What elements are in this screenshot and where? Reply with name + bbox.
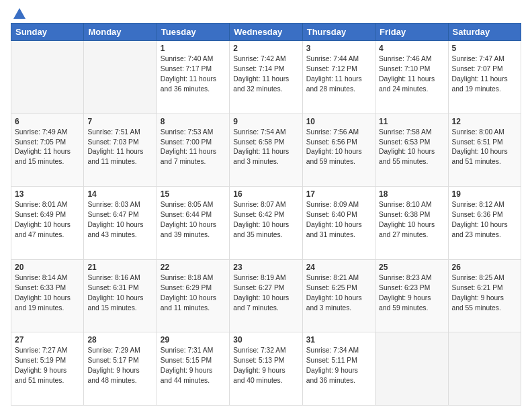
weekday-header-friday: Friday: [375, 24, 448, 41]
day-number: 15: [161, 189, 226, 199]
calendar-cell: 27Sunrise: 7:27 AMSunset: 5:19 PMDayligh…: [11, 332, 84, 406]
day-number: 25: [379, 263, 444, 272]
cell-content: Sunrise: 7:29 AMSunset: 5:17 PMDaylight:…: [87, 346, 152, 386]
cell-content: Sunrise: 8:07 AMSunset: 6:42 PMDaylight:…: [233, 200, 298, 240]
weekday-header-tuesday: Tuesday: [157, 24, 229, 41]
week-row-1: 1Sunrise: 7:40 AMSunset: 7:17 PMDaylight…: [11, 41, 521, 114]
day-number: 13: [15, 189, 80, 199]
calendar-cell: 8Sunrise: 7:53 AMSunset: 7:00 PMDaylight…: [157, 113, 229, 187]
cell-content: Sunrise: 8:10 AMSunset: 6:38 PMDaylight:…: [379, 200, 444, 240]
day-number: 4: [379, 44, 444, 53]
day-number: 16: [233, 189, 298, 199]
calendar-cell: 17Sunrise: 8:09 AMSunset: 6:40 PMDayligh…: [302, 187, 375, 260]
day-number: 18: [379, 189, 444, 199]
calendar-cell: 7Sunrise: 7:51 AMSunset: 7:03 PMDaylight…: [84, 113, 157, 187]
calendar-cell: 19Sunrise: 8:12 AMSunset: 6:36 PMDayligh…: [448, 187, 521, 260]
day-number: 30: [233, 335, 298, 345]
weekday-header-row: SundayMondayTuesdayWednesdayThursdayFrid…: [11, 24, 521, 41]
calendar-cell: 15Sunrise: 8:05 AMSunset: 6:44 PMDayligh…: [157, 187, 229, 260]
day-number: 17: [306, 189, 371, 199]
day-number: 9: [233, 117, 298, 126]
calendar-table: SundayMondayTuesdayWednesdayThursdayFrid…: [11, 23, 521, 406]
day-number: 27: [15, 335, 80, 345]
weekday-header-sunday: Sunday: [11, 24, 84, 41]
weekday-header-thursday: Thursday: [302, 24, 375, 41]
calendar-cell: 31Sunrise: 7:34 AMSunset: 5:11 PMDayligh…: [302, 332, 375, 406]
day-number: 26: [452, 263, 517, 272]
calendar-cell: 1Sunrise: 7:40 AMSunset: 7:17 PMDaylight…: [157, 41, 229, 114]
logo-icon: [13, 8, 26, 19]
header: [11, 8, 521, 19]
calendar-cell: 24Sunrise: 8:21 AMSunset: 6:25 PMDayligh…: [302, 259, 375, 332]
day-number: 10: [306, 117, 371, 126]
day-number: 28: [87, 335, 152, 345]
calendar-cell: [375, 332, 448, 406]
calendar-cell: 5Sunrise: 7:47 AMSunset: 7:07 PMDaylight…: [448, 41, 521, 114]
day-number: 5: [452, 44, 517, 53]
logo: [11, 8, 26, 19]
calendar-cell: 13Sunrise: 8:01 AMSunset: 6:49 PMDayligh…: [11, 187, 84, 260]
cell-content: Sunrise: 7:47 AMSunset: 7:07 PMDaylight:…: [452, 54, 517, 95]
calendar-cell: 18Sunrise: 8:10 AMSunset: 6:38 PMDayligh…: [375, 187, 448, 260]
page: SundayMondayTuesdayWednesdayThursdayFrid…: [0, 0, 532, 411]
calendar-cell: [84, 41, 157, 114]
cell-content: Sunrise: 8:25 AMSunset: 6:21 PMDaylight:…: [452, 273, 517, 314]
calendar-cell: 14Sunrise: 8:03 AMSunset: 6:47 PMDayligh…: [84, 187, 157, 260]
day-number: 21: [87, 263, 152, 272]
cell-content: Sunrise: 8:18 AMSunset: 6:29 PMDaylight:…: [161, 273, 226, 314]
cell-content: Sunrise: 7:44 AMSunset: 7:12 PMDaylight:…: [306, 54, 371, 95]
calendar-cell: 30Sunrise: 7:32 AMSunset: 5:13 PMDayligh…: [230, 332, 302, 406]
day-number: 20: [15, 263, 80, 272]
day-number: 7: [87, 117, 152, 126]
calendar-cell: 4Sunrise: 7:46 AMSunset: 7:10 PMDaylight…: [375, 41, 448, 114]
calendar-cell: [448, 332, 521, 406]
weekday-header-monday: Monday: [84, 24, 157, 41]
calendar-cell: 22Sunrise: 8:18 AMSunset: 6:29 PMDayligh…: [157, 259, 229, 332]
calendar-cell: 11Sunrise: 7:58 AMSunset: 6:53 PMDayligh…: [375, 113, 448, 187]
calendar-cell: 6Sunrise: 7:49 AMSunset: 7:05 PMDaylight…: [11, 113, 84, 187]
cell-content: Sunrise: 7:54 AMSunset: 6:58 PMDaylight:…: [233, 128, 298, 168]
cell-content: Sunrise: 7:40 AMSunset: 7:17 PMDaylight:…: [161, 54, 226, 95]
week-row-3: 13Sunrise: 8:01 AMSunset: 6:49 PMDayligh…: [11, 187, 521, 260]
calendar-cell: 3Sunrise: 7:44 AMSunset: 7:12 PMDaylight…: [302, 41, 375, 114]
calendar-cell: [11, 41, 84, 114]
cell-content: Sunrise: 7:34 AMSunset: 5:11 PMDaylight:…: [306, 346, 371, 386]
cell-content: Sunrise: 8:16 AMSunset: 6:31 PMDaylight:…: [87, 273, 152, 314]
cell-content: Sunrise: 7:53 AMSunset: 7:00 PMDaylight:…: [161, 128, 226, 168]
cell-content: Sunrise: 7:31 AMSunset: 5:15 PMDaylight:…: [161, 346, 226, 386]
cell-content: Sunrise: 8:14 AMSunset: 6:33 PMDaylight:…: [15, 273, 80, 314]
cell-content: Sunrise: 8:05 AMSunset: 6:44 PMDaylight:…: [161, 200, 226, 240]
day-number: 22: [161, 263, 226, 272]
calendar-cell: 21Sunrise: 8:16 AMSunset: 6:31 PMDayligh…: [84, 259, 157, 332]
cell-content: Sunrise: 7:42 AMSunset: 7:14 PMDaylight:…: [233, 54, 298, 95]
day-number: 24: [306, 263, 371, 272]
calendar-cell: 12Sunrise: 8:00 AMSunset: 6:51 PMDayligh…: [448, 113, 521, 187]
day-number: 19: [452, 189, 517, 199]
weekday-header-saturday: Saturday: [448, 24, 521, 41]
cell-content: Sunrise: 7:51 AMSunset: 7:03 PMDaylight:…: [87, 128, 152, 168]
day-number: 14: [87, 189, 152, 199]
cell-content: Sunrise: 8:00 AMSunset: 6:51 PMDaylight:…: [452, 128, 517, 168]
cell-content: Sunrise: 8:21 AMSunset: 6:25 PMDaylight:…: [306, 273, 371, 314]
calendar-cell: 16Sunrise: 8:07 AMSunset: 6:42 PMDayligh…: [230, 187, 302, 260]
day-number: 29: [161, 335, 226, 345]
calendar-cell: 20Sunrise: 8:14 AMSunset: 6:33 PMDayligh…: [11, 259, 84, 332]
cell-content: Sunrise: 8:01 AMSunset: 6:49 PMDaylight:…: [15, 200, 80, 240]
calendar-cell: 25Sunrise: 8:23 AMSunset: 6:23 PMDayligh…: [375, 259, 448, 332]
calendar-cell: 26Sunrise: 8:25 AMSunset: 6:21 PMDayligh…: [448, 259, 521, 332]
week-row-4: 20Sunrise: 8:14 AMSunset: 6:33 PMDayligh…: [11, 259, 521, 332]
week-row-5: 27Sunrise: 7:27 AMSunset: 5:19 PMDayligh…: [11, 332, 521, 406]
week-row-2: 6Sunrise: 7:49 AMSunset: 7:05 PMDaylight…: [11, 113, 521, 187]
day-number: 12: [452, 117, 517, 126]
cell-content: Sunrise: 7:32 AMSunset: 5:13 PMDaylight:…: [233, 346, 298, 386]
cell-content: Sunrise: 8:12 AMSunset: 6:36 PMDaylight:…: [452, 200, 517, 240]
cell-content: Sunrise: 7:56 AMSunset: 6:56 PMDaylight:…: [306, 128, 371, 168]
calendar-cell: 28Sunrise: 7:29 AMSunset: 5:17 PMDayligh…: [84, 332, 157, 406]
cell-content: Sunrise: 8:03 AMSunset: 6:47 PMDaylight:…: [87, 200, 152, 240]
day-number: 8: [161, 117, 226, 126]
calendar-cell: 23Sunrise: 8:19 AMSunset: 6:27 PMDayligh…: [230, 259, 302, 332]
day-number: 1: [161, 44, 226, 53]
cell-content: Sunrise: 7:46 AMSunset: 7:10 PMDaylight:…: [379, 54, 444, 95]
calendar-cell: 9Sunrise: 7:54 AMSunset: 6:58 PMDaylight…: [230, 113, 302, 187]
weekday-header-wednesday: Wednesday: [230, 24, 302, 41]
